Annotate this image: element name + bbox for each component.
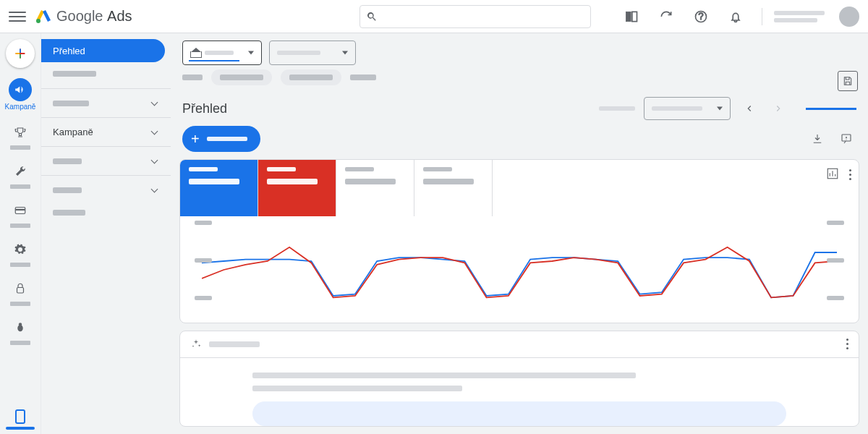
date-label (599, 106, 635, 111)
phone-icon (15, 409, 25, 424)
metric-tile-4[interactable] (414, 160, 493, 216)
wrench-icon (14, 165, 27, 178)
save-view-button[interactable] (838, 71, 858, 91)
chevron-down-icon (152, 100, 159, 107)
bug-icon (14, 321, 27, 334)
expand-chart-button[interactable] (826, 167, 839, 182)
rail-tools[interactable] (0, 157, 41, 192)
rail-security[interactable] (0, 274, 41, 309)
svg-rect-2 (632, 12, 637, 21)
appearance-button[interactable] (617, 2, 646, 31)
card-menu-button[interactable] (846, 339, 848, 349)
metrics-chart-card (179, 159, 859, 323)
insights-card (179, 331, 859, 427)
rail-billing[interactable] (0, 196, 41, 231)
date-prev-button[interactable] (739, 98, 760, 119)
sidebar-item[interactable] (41, 146, 171, 172)
help-button[interactable] (686, 2, 715, 31)
search-input[interactable] (359, 5, 591, 28)
filter-chip[interactable] (211, 69, 272, 85)
notifications-button[interactable] (721, 2, 750, 31)
sidebar: Přehled Kampaně (41, 33, 171, 434)
sidebar-campaigns[interactable]: Kampaně (41, 117, 171, 143)
metric-tile-2[interactable] (258, 160, 336, 216)
rail-bug[interactable] (0, 313, 41, 348)
date-next-button[interactable] (768, 98, 788, 119)
lock-icon (14, 282, 27, 295)
sidebar-item[interactable] (41, 88, 171, 114)
feedback-button[interactable] (836, 129, 856, 149)
metric-tile-1[interactable] (180, 160, 258, 216)
chevron-down-icon (152, 187, 159, 194)
account-info[interactable] (774, 11, 825, 22)
avatar[interactable] (839, 7, 859, 27)
plus-icon (12, 46, 28, 61)
brand-logo[interactable]: Google Ads (35, 8, 132, 25)
new-campaign-button[interactable]: + (182, 126, 260, 152)
date-range-selector[interactable] (644, 97, 731, 120)
sidebar-item[interactable] (41, 201, 171, 224)
line-chart (202, 226, 837, 313)
megaphone-icon (14, 83, 27, 96)
create-fab[interactable] (6, 39, 35, 68)
sidebar-overview[interactable]: Přehled (41, 39, 165, 62)
filter-chip[interactable] (281, 69, 341, 85)
plus-icon: + (191, 132, 200, 146)
gear-icon (14, 243, 27, 256)
insight-suggestion[interactable] (252, 401, 786, 426)
save-icon (842, 75, 854, 87)
divider (762, 8, 762, 25)
svg-rect-6 (17, 288, 24, 294)
sidebar-item[interactable] (41, 62, 171, 85)
active-tab-indicator (806, 108, 856, 110)
feedback-icon (840, 132, 853, 145)
rail-campaigns-label: Kampaně (5, 103, 36, 111)
rail-goals[interactable] (0, 118, 41, 153)
trophy-icon (14, 126, 27, 139)
chevron-down-icon (152, 158, 159, 165)
brand-text: Google Ads (56, 8, 132, 25)
home-icon (190, 48, 200, 57)
rail-footer[interactable] (0, 409, 41, 430)
ads-logo-icon (35, 8, 52, 25)
sparkle-icon (190, 339, 202, 350)
download-icon (811, 132, 824, 145)
chart-icon (826, 167, 839, 180)
rail-admin[interactable] (0, 235, 41, 270)
download-button[interactable] (807, 129, 827, 149)
search-icon (366, 11, 378, 22)
card-menu-button[interactable] (849, 169, 851, 180)
menu-button[interactable] (9, 8, 26, 25)
chevron-down-icon (152, 129, 159, 136)
svg-point-8 (19, 323, 22, 326)
svg-rect-5 (15, 209, 25, 210)
refresh-button[interactable] (652, 2, 681, 31)
account-selector[interactable] (182, 41, 262, 65)
page-title: Přehled (182, 101, 227, 116)
card-icon (14, 204, 27, 217)
svg-point-0 (36, 19, 41, 23)
rail-campaigns[interactable]: Kampaně (0, 75, 41, 114)
sidebar-item[interactable] (41, 175, 171, 201)
metric-tile-3[interactable] (336, 160, 414, 216)
svg-rect-1 (626, 12, 631, 21)
scope-selector[interactable] (269, 41, 356, 65)
